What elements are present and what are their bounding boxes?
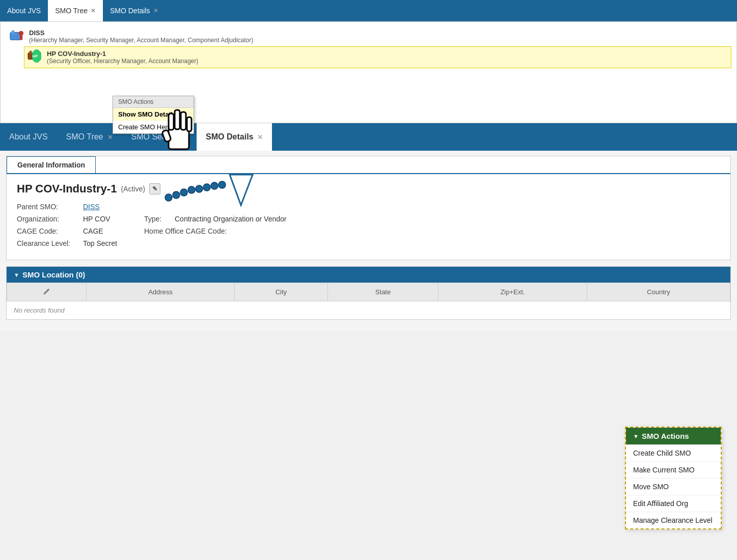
svg-point-2 (19, 31, 23, 36)
close-icon[interactable]: ✕ (257, 133, 263, 141)
svg-rect-1 (12, 31, 15, 35)
tree-item-diss[interactable]: DISS (Hierarchy Manager, Security Manage… (6, 26, 731, 46)
edit-icon[interactable]: ✎ (149, 183, 160, 194)
entity-title: HP COV-Industry-1 (Active) ✎ (17, 182, 720, 195)
col-zip: Zip+Ext. (439, 283, 587, 301)
main-content: General Information HP COV-Industry-1 (A… (0, 151, 737, 331)
svg-rect-3 (20, 35, 23, 40)
collapse-arrow: ▼ (14, 272, 19, 278)
close-icon[interactable]: ✕ (107, 133, 113, 141)
bottom-tab-bar: About JVS SMO Tree ✕ SMO Search ✕ SMO De… (0, 123, 737, 151)
general-info-panel: General Information HP COV-Industry-1 (A… (6, 156, 731, 260)
context-menu: SMO Actions Show SMO Detail Create SMO H… (113, 96, 194, 134)
general-info-tab[interactable]: General Information (7, 156, 96, 173)
location-table: Address City State Zip+Ext. Country (7, 283, 730, 301)
tab-smo-details-top[interactable]: SMO Details ✕ (103, 0, 166, 21)
hp-cov-icon: HP (28, 49, 43, 66)
parent-smo-link[interactable]: DISS (83, 203, 100, 211)
col-country: Country (587, 283, 730, 301)
smo-actions-header[interactable]: ▼ SMO Actions (626, 428, 721, 444)
smo-action-move-smo[interactable]: Move SMO (626, 478, 721, 495)
top-tab-bar: About JVS SMO Tree ✕ SMO Details ✕ (0, 0, 737, 21)
tree-panel: DISS (Hierarchy Manager, Security Manage… (0, 21, 737, 123)
smo-action-create-child[interactable]: Create Child SMO (626, 444, 721, 461)
tab-label: About JVS (7, 7, 41, 15)
tab-smo-tree-top[interactable]: SMO Tree ✕ (48, 0, 103, 21)
smo-actions-arrow-icon: ▼ (633, 433, 639, 439)
clearance-row: Clearance Level: Top Secret (17, 239, 720, 247)
panel-tab-bar: General Information (7, 156, 730, 174)
svg-rect-5 (30, 51, 32, 54)
location-header[interactable]: ▼ SMO Location (0) (7, 267, 730, 283)
tree-label-hp-cov: HP COV-Industry-1 (Security Officer, Hie… (47, 50, 198, 65)
parent-smo-row: Parent SMO: DISS (17, 203, 720, 211)
tree-label-diss: DISS (Hierarchy Manager, Security Manage… (29, 29, 253, 44)
col-state: State (328, 283, 439, 301)
diss-icon (9, 28, 25, 44)
no-records-label: No records found (7, 301, 730, 319)
tab-label: SMO Tree (66, 132, 103, 142)
organization-row: Organization: HP COV Type: Contracting O… (17, 215, 720, 223)
close-icon[interactable]: ✕ (91, 7, 96, 14)
tab-about-jvs-bottom[interactable]: About JVS (0, 123, 57, 151)
col-edit (7, 283, 87, 301)
tab-about-jvs-top[interactable]: About JVS (0, 0, 48, 21)
location-panel: ▼ SMO Location (0) Address City (6, 266, 731, 320)
close-icon[interactable]: ✕ (153, 7, 158, 14)
tab-smo-details-bottom[interactable]: SMO Details ✕ (197, 123, 272, 151)
context-menu-header: SMO Actions (113, 96, 194, 108)
svg-text:HP: HP (33, 54, 38, 59)
context-menu-item-show-detail[interactable]: Show SMO Detail (113, 108, 194, 121)
close-icon[interactable]: ✕ (182, 133, 187, 141)
panel-body: HP COV-Industry-1 (Active) ✎ Parent SMO:… (7, 174, 730, 260)
col-city: City (234, 283, 327, 301)
smo-actions-dropdown: ▼ SMO Actions Create Child SMO Make Curr… (625, 427, 722, 529)
tree-item-hp-cov[interactable]: HP HP COV-Industry-1 (Security Officer, … (24, 46, 731, 68)
tab-label: SMO Details (110, 7, 150, 15)
tab-label: SMO Tree (55, 7, 88, 15)
context-menu-item-create-smo[interactable]: Create SMO Here (113, 121, 194, 133)
tab-label: SMO Details (206, 132, 253, 142)
smo-action-edit-affiliated[interactable]: Edit Affiliated Org (626, 495, 721, 512)
smo-action-manage-clearance[interactable]: Manage Clearance Level (626, 512, 721, 528)
col-address: Address (87, 283, 234, 301)
cage-row: CAGE Code: CAGE Home Office CAGE Code: (17, 227, 720, 235)
smo-actions-label: SMO Actions (642, 432, 689, 440)
smo-action-make-current[interactable]: Make Current SMO (626, 461, 721, 478)
tab-label: About JVS (9, 132, 48, 142)
